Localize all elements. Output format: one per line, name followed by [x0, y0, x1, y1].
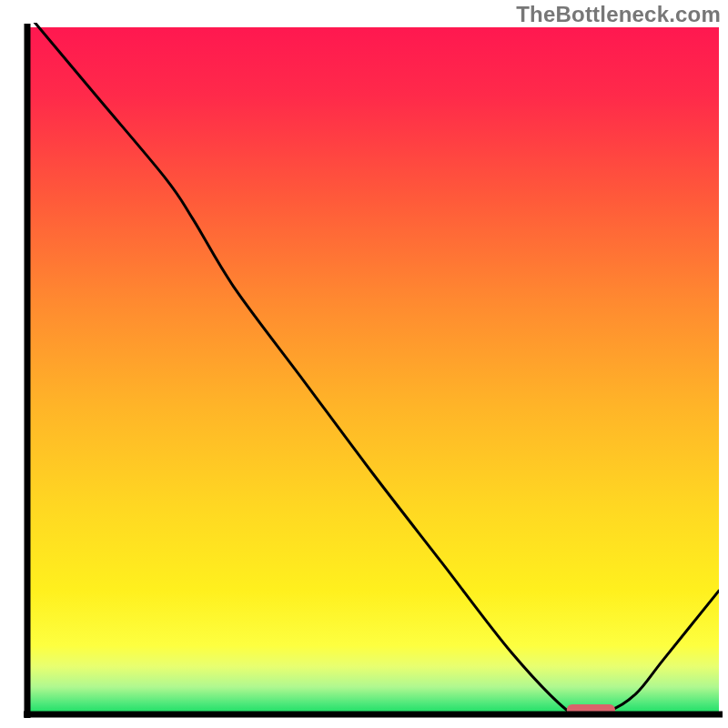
gradient-background [27, 27, 719, 714]
watermark-text: TheBottleneck.com [516, 2, 721, 27]
bottleneck-chart [0, 0, 728, 728]
plot-area [27, 14, 719, 716]
chart-container: TheBottleneck.com [0, 0, 728, 728]
